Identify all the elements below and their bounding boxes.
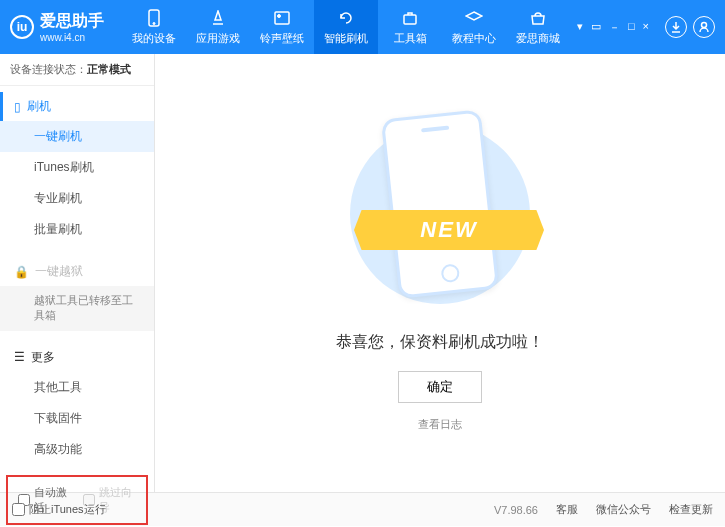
apps-icon: [208, 8, 228, 28]
sidebar-item-other[interactable]: 其他工具: [0, 372, 154, 403]
nav-tutorials[interactable]: 教程中心: [442, 0, 506, 54]
app-subtitle: www.i4.cn: [40, 32, 104, 43]
user-button[interactable]: [693, 16, 715, 38]
sidebar-item-pro[interactable]: 专业刷机: [0, 183, 154, 214]
nav-my-device[interactable]: 我的设备: [122, 0, 186, 54]
sidebar: 设备连接状态：正常模式 ▯刷机 一键刷机 iTunes刷机 专业刷机 批量刷机 …: [0, 54, 155, 492]
block-itunes-checkbox[interactable]: 阻止iTunes运行: [12, 502, 106, 517]
graduation-icon: [464, 8, 484, 28]
version-label: V7.98.66: [494, 504, 538, 516]
header-controls: ▾ ▭ － □ ×: [575, 16, 715, 38]
logo-icon: iu: [10, 15, 34, 39]
phone-icon: [144, 8, 164, 28]
sidebar-jailbreak-note: 越狱工具已转移至工具箱: [0, 286, 154, 331]
success-illustration: NEW: [360, 114, 520, 314]
sidebar-item-advanced[interactable]: 高级功能: [0, 434, 154, 465]
ok-button[interactable]: 确定: [398, 371, 482, 403]
svg-point-6: [702, 23, 707, 28]
maximize-icon[interactable]: □: [626, 20, 637, 35]
footer-update[interactable]: 检查更新: [669, 502, 713, 517]
success-message: 恭喜您，保资料刷机成功啦！: [336, 332, 544, 353]
nav-ringtones[interactable]: 铃声壁纸: [250, 0, 314, 54]
menu-icon[interactable]: ▾: [575, 20, 585, 35]
window-buttons: ▾ ▭ － □ ×: [575, 20, 651, 35]
lock-icon: 🔒: [14, 265, 29, 279]
top-nav: 我的设备 应用游戏 铃声壁纸 智能刷机 工具箱 教程中心 爱思商城: [122, 0, 575, 54]
svg-rect-3: [275, 12, 289, 24]
connection-status: 设备连接状态：正常模式: [0, 54, 154, 86]
refresh-icon: [336, 8, 356, 28]
close-icon[interactable]: ×: [641, 20, 651, 35]
nav-toolbox[interactable]: 工具箱: [378, 0, 442, 54]
nav-flash[interactable]: 智能刷机: [314, 0, 378, 54]
sidebar-head-jailbreak: 🔒一键越狱: [0, 257, 154, 286]
list-icon: ☰: [14, 350, 25, 364]
store-icon: [528, 8, 548, 28]
app-title: 爱思助手: [40, 12, 104, 29]
footer-wechat[interactable]: 微信公众号: [596, 502, 651, 517]
logo: iu 爱思助手 www.i4.cn: [10, 11, 104, 43]
sidebar-head-flash[interactable]: ▯刷机: [0, 92, 154, 121]
svg-point-1: [153, 23, 155, 25]
svg-point-4: [278, 15, 281, 18]
new-ribbon: NEW: [354, 210, 544, 250]
minimize-icon[interactable]: －: [607, 20, 622, 35]
nav-apps[interactable]: 应用游戏: [186, 0, 250, 54]
svg-rect-5: [404, 15, 416, 24]
download-button[interactable]: [665, 16, 687, 38]
sidebar-item-batch[interactable]: 批量刷机: [0, 214, 154, 245]
nav-store[interactable]: 爱思商城: [506, 0, 570, 54]
sidebar-item-download[interactable]: 下载固件: [0, 403, 154, 434]
sidebar-head-more[interactable]: ☰更多: [0, 343, 154, 372]
lock-icon[interactable]: ▭: [589, 20, 603, 35]
device-icon: ▯: [14, 100, 21, 114]
sidebar-item-itunes[interactable]: iTunes刷机: [0, 152, 154, 183]
image-icon: [272, 8, 292, 28]
footer-support[interactable]: 客服: [556, 502, 578, 517]
header: iu 爱思助手 www.i4.cn 我的设备 应用游戏 铃声壁纸 智能刷机 工具…: [0, 0, 725, 54]
toolbox-icon: [400, 8, 420, 28]
main-content: NEW 恭喜您，保资料刷机成功啦！ 确定 查看日志: [155, 54, 725, 492]
options-highlight-box: 自动激活 跳过向导: [6, 475, 148, 525]
sidebar-item-oneclick[interactable]: 一键刷机: [0, 121, 154, 152]
view-log-link[interactable]: 查看日志: [418, 417, 462, 432]
